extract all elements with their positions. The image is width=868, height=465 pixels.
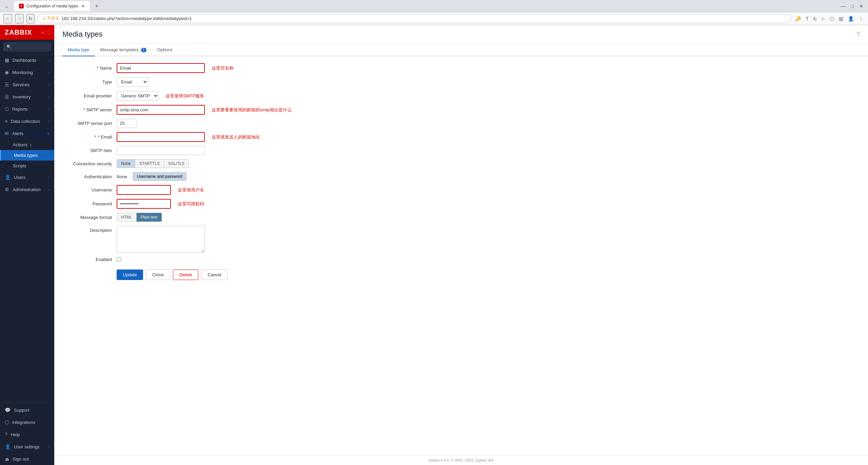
smtp-helo-input[interactable]	[117, 146, 205, 155]
sidebar-item-users[interactable]: 👤 Users ›	[0, 171, 54, 183]
sidebar-item-alerts[interactable]: ✉ Alerts ∨	[0, 127, 54, 140]
dashboards-icon: ▦	[5, 57, 9, 63]
smtp-server-input[interactable]	[117, 105, 205, 115]
authentication-row: Authentication None Username and passwor…	[62, 172, 860, 181]
description-textarea[interactable]	[117, 226, 205, 253]
translate-icon[interactable]: T	[804, 15, 810, 23]
active-tab[interactable]: Z Configuration of media types ✕	[14, 1, 90, 11]
tabs-row: Media type Message templates 5 Options	[54, 44, 868, 56]
enabled-label: Enabled	[62, 257, 117, 262]
sidebar-item-label: Sign out	[13, 457, 29, 462]
sidebar-item-actions[interactable]: Actions ›	[0, 140, 54, 150]
conn-starttls-button[interactable]: STARTTLS	[135, 159, 164, 168]
sidebar-item-label: Integrations	[12, 420, 35, 425]
logo-text: ZABBIX	[5, 29, 32, 36]
share-icon[interactable]: ⎗	[812, 15, 817, 23]
tab-options[interactable]: Options	[152, 44, 178, 56]
update-button[interactable]: Update	[117, 269, 143, 280]
message-templates-badge: 5	[141, 48, 146, 52]
help-button[interactable]: ?	[856, 31, 860, 38]
sidebar-item-sign-out[interactable]: ⏏ Sign out	[0, 453, 54, 465]
new-tab-button[interactable]: +	[92, 1, 102, 11]
browser-tab-bar: ⌄ Z Configuration of media types ✕ + — □…	[0, 0, 868, 12]
reload-button[interactable]: ↻	[26, 14, 35, 23]
connection-security-buttons: None STARTTLS SSL/TLS	[117, 159, 189, 168]
email-provider-select[interactable]: Generic SMTP Gmail Office365	[117, 91, 159, 101]
msg-format-html-button[interactable]: HTML	[117, 213, 137, 222]
sidebar-item-services[interactable]: ☰ Services ›	[0, 78, 54, 91]
password-input[interactable]	[117, 199, 171, 209]
password-row: Password 这里写授权码	[62, 199, 860, 209]
chevron-icon: ›	[48, 188, 50, 191]
smtp-port-label: SMTP server port	[62, 121, 117, 126]
sidebar-item-data-collection[interactable]: ≡ Data collection ›	[0, 115, 54, 127]
url-text: 192.168.234.33/zabbix.php?action=mediaty…	[61, 16, 192, 21]
extensions-icon[interactable]: ⬡	[829, 15, 835, 23]
sidebar-item-label: Reports	[12, 107, 28, 112]
services-icon: ☰	[5, 82, 9, 87]
authentication-label: Authentication	[62, 174, 117, 179]
sidebar-item-scripts[interactable]: Scripts	[0, 161, 54, 171]
sidebar-item-integrations[interactable]: ⬡ Integrations	[0, 416, 54, 428]
sidebar-item-inventory[interactable]: ☰ Inventory ›	[0, 91, 54, 103]
username-input[interactable]	[117, 185, 171, 195]
page-footer: Zabbix 6.4.6. © 2001–2023, Zabbix SIA	[54, 455, 868, 465]
sidebar-search-input[interactable]	[3, 42, 51, 51]
sidebar-search-container	[0, 40, 54, 54]
tab-message-templates[interactable]: Message templates 5	[95, 44, 152, 56]
sidebar-item-label: Support	[14, 408, 29, 413]
smtp-server-label: * SMTP server	[62, 107, 117, 112]
browser-nav-controls[interactable]: ⌄	[3, 3, 11, 10]
auth-password-button[interactable]: Username and password	[133, 172, 186, 181]
smtp-port-input[interactable]	[117, 119, 137, 128]
tab-list-button[interactable]: ⌄	[3, 3, 11, 10]
sidebar-item-dashboards[interactable]: ▦ Dashboards ›	[0, 54, 54, 66]
user-settings-icon: 👤	[5, 444, 11, 449]
minimize-button[interactable]: —	[839, 3, 848, 10]
close-button[interactable]: ✕	[857, 3, 865, 10]
sidebar-item-reports[interactable]: ⬡ Reports ›	[0, 103, 54, 115]
sidebar-item-user-settings[interactable]: 👤 User settings ›	[0, 441, 54, 453]
name-input[interactable]	[117, 63, 205, 73]
sidebar-item-label: Scripts	[13, 163, 26, 168]
sidebar-item-monitoring[interactable]: ◉ Monitoring ›	[0, 66, 54, 78]
sidebar-item-label: Data collection	[11, 119, 40, 124]
menu-icon[interactable]: ⋮	[857, 15, 865, 23]
tab-close-button[interactable]: ✕	[81, 3, 85, 9]
sidebar-item-label: Alerts	[12, 131, 23, 136]
tab-title: Configuration of media types	[26, 4, 78, 8]
chevron-icon: ›	[48, 119, 50, 123]
address-bar[interactable]: ⚠ 不安全 192.168.234.33/zabbix.php?action=m…	[37, 14, 791, 23]
sidebar-item-help[interactable]: ? Help	[0, 428, 54, 441]
clone-button[interactable]: Clone	[146, 269, 170, 280]
sidebar-item-media-types[interactable]: Media types	[0, 150, 54, 161]
message-format-row: Message format HTML Plain text	[62, 213, 860, 222]
username-label: Username	[62, 187, 117, 192]
profile-icon[interactable]: 👤	[847, 15, 855, 23]
forward-button[interactable]: →	[15, 14, 24, 23]
cancel-button[interactable]: Cancel	[201, 269, 228, 280]
bookmark-icon[interactable]: ☆	[820, 15, 827, 23]
tab-media-type[interactable]: Media type	[62, 44, 95, 56]
sidebar-toggle[interactable]: ▥	[837, 15, 845, 23]
sidebar-bottom: 💬 Support ⬡ Integrations ? Help 👤 User s…	[0, 401, 54, 465]
msg-format-plain-button[interactable]: Plain text	[137, 213, 162, 222]
chevron-icon: ›	[48, 175, 50, 179]
type-select[interactable]: Email SMS Script Webhook	[117, 77, 148, 87]
password-icon[interactable]: 🔑	[794, 15, 802, 23]
collapse-sidebar-icon[interactable]: «	[42, 30, 44, 35]
kiosk-mode-icon[interactable]: ⛶	[45, 30, 50, 35]
restore-button[interactable]: □	[849, 3, 856, 10]
enabled-checkbox[interactable]	[117, 257, 121, 262]
conn-ssltls-button[interactable]: SSL/TLS	[164, 159, 189, 168]
sidebar-item-support[interactable]: 💬 Support	[0, 404, 54, 416]
name-row: * Name 这里写名称	[62, 63, 860, 73]
delete-button[interactable]: Delete	[173, 269, 199, 280]
back-button[interactable]: ←	[3, 14, 12, 23]
sidebar: ZABBIX « ⛶ ▦ Dashboards › ◉ Monitoring ›…	[0, 25, 54, 465]
sidebar-item-administration[interactable]: ⚙ Administration ›	[0, 183, 54, 196]
conn-none-button[interactable]: None	[117, 159, 135, 168]
smtp-helo-row: SMTP helo	[62, 146, 860, 155]
description-label: Description	[62, 226, 117, 233]
email-input[interactable]	[117, 132, 205, 142]
